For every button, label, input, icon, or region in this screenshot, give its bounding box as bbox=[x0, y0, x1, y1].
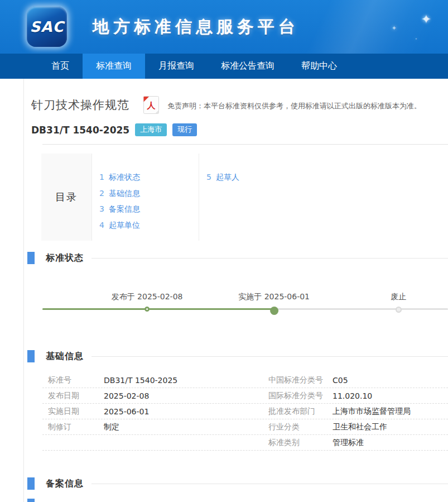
sparkle-icon: ✦ bbox=[421, 12, 431, 26]
table-of-contents: 目录 1标准状态 2基础信息 3备案信息 4起草单位 5起草人 bbox=[41, 154, 448, 241]
status-timeline: 发布于 2025-02-08 实施于 2025-06-01 废止 bbox=[42, 292, 448, 318]
nav-item-announcement-search[interactable]: 标准公告查询 bbox=[208, 54, 288, 79]
info-value: DB31/T 1540-2025 bbox=[104, 376, 177, 385]
nav-item-standard-search[interactable]: 标准查询 bbox=[83, 54, 145, 79]
info-label: 制修订 bbox=[42, 422, 104, 432]
section-line bbox=[91, 356, 448, 357]
toc-link-drafting-org[interactable]: 4起草单位 bbox=[99, 217, 199, 233]
info-label: 标准类别 bbox=[268, 438, 333, 448]
sparkle-icon: • bbox=[415, 37, 417, 41]
toc-box: 目录 bbox=[41, 154, 91, 241]
toc-link-basic-info[interactable]: 2基础信息 bbox=[99, 185, 199, 202]
site-title: 地方标准信息服务平台 bbox=[93, 16, 299, 39]
basic-info-grid: 标准号DB31/T 1540-2025 中国标准分类号C05 发布日期2025-… bbox=[42, 372, 448, 451]
info-value: 11.020.10 bbox=[333, 391, 372, 400]
sparkle-icon: ✦ bbox=[392, 25, 397, 32]
info-label: 中国标准分类号 bbox=[268, 375, 333, 385]
section-title-basic-info: 基础信息 bbox=[46, 351, 84, 362]
section-bar bbox=[27, 252, 35, 264]
standard-code: DB31/T 1540-2025 bbox=[31, 125, 129, 136]
info-value: 上海市市场监督管理局 bbox=[333, 407, 411, 417]
region-badge: 上海市 bbox=[135, 123, 167, 136]
main-nav: 首页 标准查询 月报查询 标准公告查询 帮助中心 bbox=[0, 54, 448, 79]
nav-item-home[interactable]: 首页 bbox=[38, 54, 83, 79]
section-bar-next-partial bbox=[27, 499, 35, 502]
timeline-dot-abolished bbox=[396, 307, 402, 313]
toc-link-standard-status[interactable]: 1标准状态 bbox=[99, 169, 199, 185]
info-row: 制修订制定 行业分类卫生和社会工作 bbox=[42, 419, 448, 435]
status-badge: 现行 bbox=[172, 123, 197, 136]
section-heading-filing-info: 备案信息 bbox=[27, 477, 448, 490]
section-title-status: 标准状态 bbox=[46, 252, 84, 264]
info-value: 2025-06-01 bbox=[104, 407, 149, 416]
section-bar bbox=[27, 477, 35, 490]
standard-code-row: DB31/T 1540-2025 上海市 现行 bbox=[24, 123, 448, 136]
site-header: ✦ ✦ • SAC 地方标准信息服务平台 bbox=[0, 0, 448, 54]
toc-link-drafters[interactable]: 5起草人 bbox=[206, 169, 306, 185]
section-heading-basic-info: 基础信息 bbox=[27, 350, 448, 362]
info-value: 2025-02-08 bbox=[104, 391, 149, 400]
timeline-stop-published: 发布于 2025-02-08 bbox=[112, 292, 183, 312]
info-label: 行业分类 bbox=[268, 422, 333, 432]
nav-item-help-center[interactable]: 帮助中心 bbox=[288, 54, 350, 79]
timeline-dot-implemented bbox=[270, 307, 278, 315]
info-value: 管理标准 bbox=[333, 438, 364, 448]
divider bbox=[42, 144, 448, 145]
info-label: 标准号 bbox=[42, 375, 104, 385]
toc-heading: 目录 bbox=[55, 190, 78, 204]
info-label: 发布日期 bbox=[42, 391, 104, 401]
sac-logo[interactable]: SAC bbox=[27, 7, 67, 47]
info-label: 批准发布部门 bbox=[268, 407, 333, 417]
timeline-stop-implemented: 实施于 2025-06-01 bbox=[238, 292, 310, 315]
timeline-label: 废止 bbox=[391, 292, 406, 302]
timeline-label: 实施于 2025-06-01 bbox=[238, 292, 310, 302]
timeline-label: 发布于 2025-02-08 bbox=[112, 292, 183, 302]
toc-column-2: 5起草人 bbox=[199, 154, 306, 241]
section-bar bbox=[27, 350, 35, 362]
standard-title: 针刀技术操作规范 bbox=[31, 97, 129, 113]
toc-link-filing-info[interactable]: 3备案信息 bbox=[99, 201, 199, 217]
disclaimer-text: 免责声明：本平台标准资料仅供参考，使用标准请以正式出版的标准版本为准。 bbox=[167, 99, 421, 111]
timeline-stop-abolished: 废止 bbox=[391, 292, 406, 313]
timeline-dot-published bbox=[144, 307, 150, 312]
info-row: 发布日期2025-02-08 国际标准分类号11.020.10 bbox=[42, 388, 448, 404]
info-label: 实施日期 bbox=[42, 407, 104, 417]
toc-column-1: 1标准状态 2基础信息 3备案信息 4起草单位 bbox=[91, 154, 199, 241]
pdf-icon[interactable]: 人 bbox=[143, 95, 160, 114]
sac-logo-text: SAC bbox=[30, 18, 64, 35]
info-row: 标准类别管理标准 bbox=[42, 435, 448, 451]
nav-item-monthly-report[interactable]: 月报查询 bbox=[145, 54, 208, 79]
section-line bbox=[91, 484, 448, 484]
info-value: C05 bbox=[333, 376, 348, 385]
svg-text:人: 人 bbox=[147, 101, 156, 111]
section-heading-status: 标准状态 bbox=[27, 252, 448, 264]
section-title-filing-info: 备案信息 bbox=[46, 478, 84, 490]
info-row: 实施日期2025-06-01 批准发布部门上海市市场监督管理局 bbox=[42, 404, 448, 419]
info-row: 标准号DB31/T 1540-2025 中国标准分类号C05 bbox=[42, 372, 448, 388]
section-line bbox=[91, 258, 448, 259]
content-card: 针刀技术操作规范 人 免责声明：本平台标准资料仅供参考，使用标准请以正式出版的标… bbox=[23, 79, 448, 502]
info-value: 制定 bbox=[104, 422, 119, 432]
standard-title-row: 针刀技术操作规范 人 免责声明：本平台标准资料仅供参考，使用标准请以正式出版的标… bbox=[24, 79, 448, 114]
info-label: 国际标准分类号 bbox=[268, 391, 333, 401]
info-value: 卫生和社会工作 bbox=[333, 422, 387, 432]
